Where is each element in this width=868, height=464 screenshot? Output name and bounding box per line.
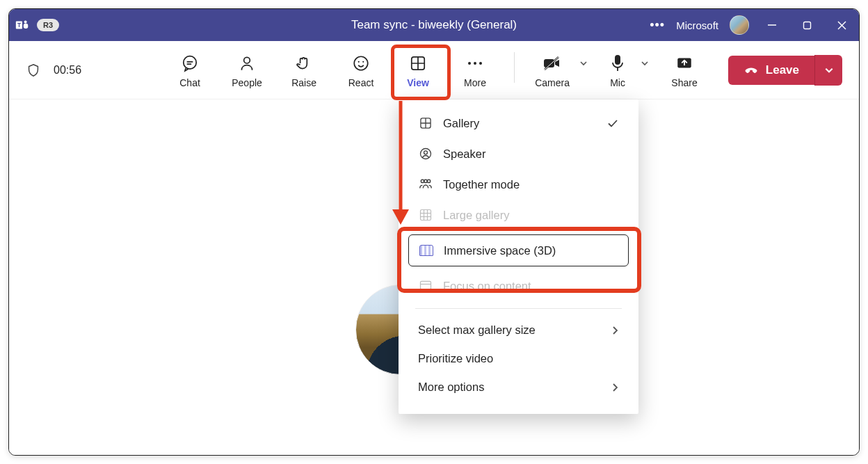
raise-hand-button[interactable]: Raise bbox=[279, 52, 329, 88]
svg-point-19 bbox=[474, 62, 476, 65]
menu-item-gallery[interactable]: Gallery bbox=[399, 108, 638, 138]
large-gallery-label: Large gallery bbox=[443, 209, 509, 222]
toolbar-divider bbox=[514, 52, 515, 83]
immersive-label: Immersive space (3D) bbox=[444, 244, 556, 257]
title-bar: T R3 Team sync - biweekly (General) ••• … bbox=[9, 9, 859, 41]
menu-item-more-options[interactable]: More options bbox=[399, 373, 638, 401]
view-button[interactable]: View bbox=[393, 52, 443, 88]
svg-point-14 bbox=[362, 61, 364, 62]
mic-label: Mic bbox=[610, 77, 625, 88]
check-icon bbox=[606, 117, 619, 129]
people-icon bbox=[238, 54, 256, 73]
more-options-label: More options bbox=[418, 381, 484, 394]
view-icon bbox=[409, 54, 427, 73]
toolbar-actions: Chat People Raise React bbox=[165, 52, 709, 88]
svg-point-32 bbox=[421, 179, 424, 182]
share-button[interactable]: Share bbox=[659, 52, 709, 88]
svg-point-12 bbox=[354, 56, 368, 70]
shield-icon[interactable] bbox=[26, 63, 41, 78]
leave-label: Leave bbox=[766, 63, 799, 77]
raise-label: Raise bbox=[291, 77, 316, 88]
gallery-icon bbox=[418, 115, 433, 131]
svg-text:T: T bbox=[17, 22, 21, 29]
svg-point-20 bbox=[479, 62, 482, 65]
chat-label: Chat bbox=[179, 77, 200, 88]
immersive-space-icon bbox=[419, 243, 434, 258]
environment-badge: R3 bbox=[37, 19, 59, 31]
camera-group: Camera bbox=[529, 52, 591, 88]
window-close-button[interactable] bbox=[830, 15, 853, 35]
menu-item-speaker[interactable]: Speaker bbox=[399, 138, 638, 169]
mic-button[interactable]: Mic bbox=[598, 52, 637, 88]
svg-rect-35 bbox=[421, 210, 431, 221]
leave-group: Leave bbox=[728, 55, 842, 86]
people-button[interactable]: People bbox=[222, 52, 272, 88]
svg-rect-40 bbox=[421, 281, 431, 289]
svg-point-8 bbox=[184, 56, 196, 68]
teams-meeting-window: T R3 Team sync - biweekly (General) ••• … bbox=[8, 8, 860, 456]
prioritize-label: Prioritize video bbox=[418, 352, 493, 365]
meeting-duration-group: 00:56 bbox=[26, 63, 81, 78]
menu-item-large-gallery: Large gallery bbox=[399, 200, 638, 230]
menu-separator bbox=[415, 308, 622, 309]
camera-button[interactable]: Camera bbox=[529, 52, 576, 88]
gallery-label: Gallery bbox=[443, 117, 479, 130]
title-bar-left: T R3 bbox=[15, 17, 59, 33]
window-minimize-button[interactable] bbox=[760, 15, 784, 35]
camera-label: Camera bbox=[535, 77, 570, 88]
raise-hand-icon bbox=[295, 54, 313, 73]
view-label: View bbox=[407, 77, 429, 88]
mic-group: Mic bbox=[598, 52, 652, 88]
org-label: Microsoft bbox=[676, 19, 718, 31]
menu-item-prioritize-video[interactable]: Prioritize video bbox=[399, 344, 638, 373]
together-icon bbox=[418, 177, 433, 192]
focus-content-icon bbox=[418, 278, 433, 294]
svg-point-34 bbox=[427, 179, 430, 182]
max-gallery-label: Select max gallery size bbox=[418, 323, 536, 337]
menu-item-focus-content: Focus on content bbox=[399, 271, 638, 301]
svg-point-11 bbox=[244, 57, 250, 63]
svg-point-18 bbox=[468, 62, 471, 65]
title-more-icon[interactable]: ••• bbox=[650, 18, 665, 33]
chat-button[interactable]: Chat bbox=[165, 52, 215, 88]
leave-chevron[interactable] bbox=[814, 55, 842, 86]
share-icon bbox=[675, 54, 693, 73]
together-label: Together mode bbox=[443, 178, 520, 191]
camera-chevron[interactable] bbox=[576, 52, 591, 67]
svg-point-33 bbox=[424, 179, 427, 182]
title-bar-right: ••• Microsoft bbox=[650, 15, 853, 35]
svg-rect-5 bbox=[803, 22, 810, 29]
speaker-icon bbox=[418, 146, 433, 161]
more-button[interactable]: More bbox=[450, 52, 500, 88]
camera-off-icon bbox=[542, 54, 563, 73]
people-label: People bbox=[232, 77, 262, 88]
mic-chevron[interactable] bbox=[637, 52, 652, 67]
window-maximize-button[interactable] bbox=[795, 15, 819, 35]
react-label: React bbox=[348, 77, 374, 88]
avatar[interactable] bbox=[730, 15, 749, 35]
leave-button[interactable]: Leave bbox=[728, 56, 814, 85]
meeting-toolbar: 00:56 Chat People Raise bbox=[9, 41, 859, 99]
focus-label: Focus on content bbox=[443, 280, 531, 293]
teams-logo-icon: T bbox=[15, 17, 30, 33]
chat-icon bbox=[181, 54, 199, 73]
large-gallery-icon bbox=[418, 207, 433, 223]
mic-icon bbox=[610, 54, 625, 73]
view-dropdown-menu: Gallery Speaker Together mode Large gall… bbox=[399, 99, 638, 414]
chevron-right-icon bbox=[611, 326, 619, 335]
react-button[interactable]: React bbox=[336, 52, 386, 88]
svg-rect-24 bbox=[615, 55, 620, 65]
svg-point-30 bbox=[421, 149, 431, 159]
meeting-duration: 00:56 bbox=[54, 64, 81, 77]
more-label: More bbox=[464, 77, 486, 88]
hangup-icon bbox=[744, 63, 759, 78]
svg-point-13 bbox=[358, 61, 360, 62]
menu-item-max-gallery-size[interactable]: Select max gallery size bbox=[399, 316, 638, 344]
menu-item-together[interactable]: Together mode bbox=[399, 169, 638, 200]
speaker-label: Speaker bbox=[443, 147, 485, 161]
svg-point-2 bbox=[24, 20, 27, 23]
chevron-right-icon bbox=[611, 383, 619, 392]
menu-item-immersive-space[interactable]: Immersive space (3D) bbox=[408, 234, 629, 266]
react-icon bbox=[352, 54, 370, 73]
svg-rect-3 bbox=[24, 24, 28, 29]
